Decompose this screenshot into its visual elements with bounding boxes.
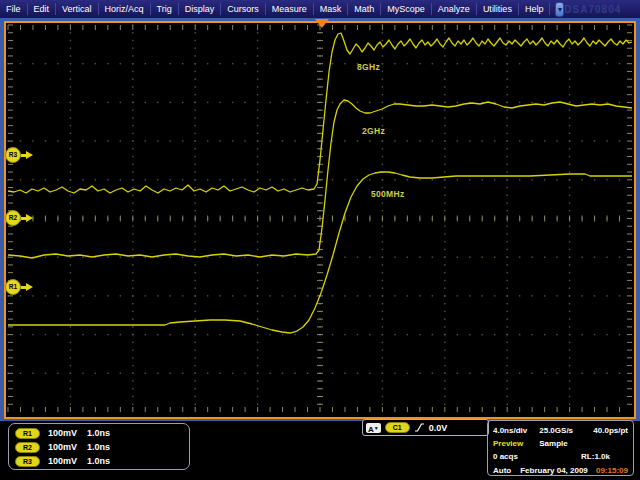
reference-timebase: 1.0ns [87,456,110,466]
menu-item-edit[interactable]: Edit [28,3,57,15]
reference-badge-r1[interactable]: R1 [15,428,40,439]
menu-item-horizacq[interactable]: Horiz/Acq [99,3,151,15]
menu-item-analyze[interactable]: Analyze [432,3,477,15]
trigger-readout-box[interactable]: A▼ C1 0.0V [362,419,489,436]
reference-scale: 100mV [48,456,77,466]
trigger-mode: Auto [493,466,511,475]
reference-badge-r3[interactable]: R3 [15,456,40,467]
record-length: RL:1.0k [581,452,610,461]
menu-item-trig[interactable]: Trig [151,3,179,15]
reference-scale: 100mV [48,428,77,438]
menu-item-mask[interactable]: Mask [314,3,349,15]
reference-readout-r3[interactable]: R3100mV1.0ns [15,454,189,468]
trigger-level-value: 0.0V [429,423,448,433]
sample-rate-value: 25.0GS/s [539,426,573,435]
menu-item-file[interactable]: File [0,3,28,15]
menu-item-measure[interactable]: Measure [266,3,314,15]
trace-label-500mhz: 500MHz [371,189,404,199]
reference-marker-r1[interactable]: R1 [5,279,33,295]
acq-count: 0 acqs [493,452,518,461]
timebase-value: 4.0ns/div [493,426,527,435]
trigger-source-arrow-icon: ▼ [374,425,379,431]
menu-item-vertical[interactable]: Vertical [56,3,99,15]
reference-marker-r3[interactable]: R3 [5,147,33,163]
reference-timebase: 1.0ns [87,428,110,438]
menu-bar: FileEditVerticalHoriz/AcqTrigDisplayCurs… [0,0,640,18]
waveform-8ghz[interactable] [8,33,632,193]
grid-ticks [8,25,632,412]
waveform-canvas [0,0,640,480]
trace-label-2ghz: 2GHz [362,126,385,136]
reference-readout-r2[interactable]: R2100mV1.0ns [15,440,189,454]
menu-item-myscope[interactable]: MyScope [381,3,432,15]
reference-scale: 100mV [48,442,77,452]
readout-panel: R1100mV1.0nsR2100mV1.0nsR3100mV1.0ns A▼ … [0,421,640,480]
reference-badge-r2[interactable]: R2 [15,442,40,453]
rising-slope-icon [414,422,425,433]
preview-status: Preview [493,439,523,448]
date-value: February 04, 2009 [520,466,588,475]
menu-item-math[interactable]: Math [348,3,381,15]
menu-item-utilities[interactable]: Utilities [477,3,519,15]
trigger-source-badge[interactable]: A▼ [366,423,381,433]
trigger-channel-badge[interactable]: C1 [385,422,410,433]
reference-timebase: 1.0ns [87,442,110,452]
trace-label-8ghz: 8GHz [357,62,380,72]
reference-readout-box: R1100mV1.0nsR2100mV1.0nsR3100mV1.0ns [8,423,190,470]
menu-item-display[interactable]: Display [179,3,222,15]
menu-item-help[interactable]: Help [519,3,551,15]
grid-dots [7,24,620,405]
menu-overflow-button[interactable]: ▼ [555,2,564,17]
model-label: DSA70804 [564,4,621,15]
time-value: 09:15:09 [596,466,628,475]
acquisition-readout-box: 4.0ns/div 25.0GS/s 40.0ps/pt Preview Sam… [487,420,634,476]
reference-marker-r2[interactable]: R2 [5,210,33,226]
reference-readout-r1[interactable]: R1100mV1.0ns [15,426,189,440]
trigger-position-marker[interactable] [315,19,329,28]
sampling-mode: Sample [539,439,567,448]
menu-item-cursors[interactable]: Cursors [221,3,266,15]
resolution-value: 40.0ps/pt [593,426,628,435]
waveform-500mhz[interactable] [8,172,632,333]
